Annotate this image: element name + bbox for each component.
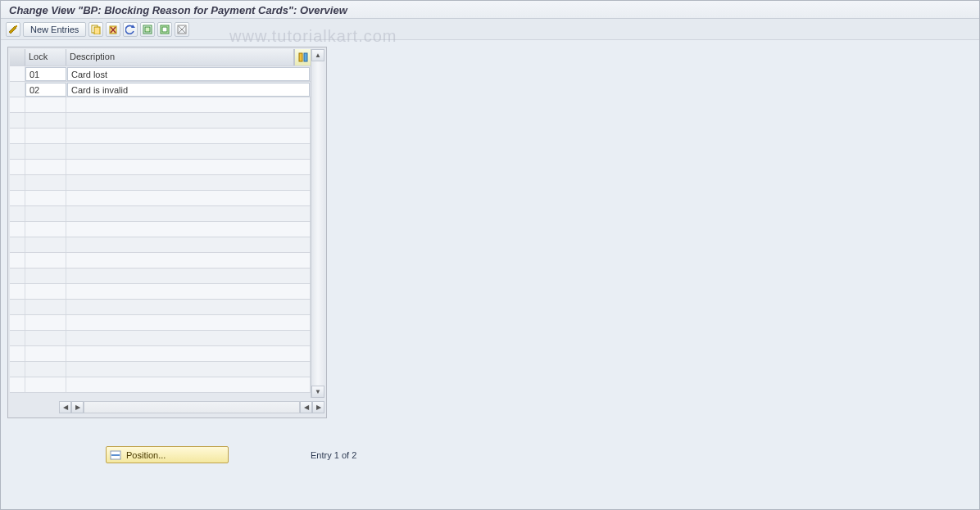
table-row-empty[interactable] — [10, 331, 311, 346]
cell-description[interactable] — [66, 97, 311, 112]
table-row-empty[interactable] — [10, 97, 311, 113]
table-row-empty[interactable] — [10, 237, 311, 253]
cell-lock[interactable] — [25, 284, 66, 299]
configure-columns-button[interactable] — [294, 49, 311, 65]
table-row[interactable]: 01Card lost — [10, 66, 311, 82]
cell-description[interactable] — [66, 331, 311, 345]
row-select-handle[interactable] — [10, 284, 25, 299]
cell-description[interactable] — [66, 346, 311, 361]
table-row-empty[interactable] — [10, 160, 311, 175]
row-select-handle[interactable] — [10, 269, 25, 283]
cell-description[interactable] — [66, 315, 311, 330]
row-select-handle[interactable] — [10, 82, 25, 97]
delete-button[interactable] — [106, 22, 120, 37]
cell-description[interactable] — [66, 129, 311, 143]
table-row[interactable]: 02Card is invalid — [10, 82, 311, 97]
undo-button[interactable] — [123, 22, 138, 37]
cell-lock[interactable] — [25, 237, 66, 252]
cell-description[interactable] — [66, 144, 311, 159]
cell-lock[interactable] — [25, 331, 66, 345]
cell-lock[interactable] — [25, 191, 66, 205]
row-select-handle[interactable] — [10, 315, 25, 330]
scroll-left-icon[interactable]: ◀ — [59, 401, 71, 413]
cell-description[interactable] — [66, 237, 311, 252]
cell-description[interactable] — [66, 160, 311, 174]
cell-lock[interactable] — [25, 129, 66, 143]
vertical-scrollbar[interactable]: ▲ ▼ — [311, 49, 324, 398]
table-row-empty[interactable] — [10, 144, 311, 160]
cell-lock[interactable] — [25, 377, 66, 392]
cell-description[interactable] — [66, 175, 311, 190]
cell-lock[interactable] — [25, 97, 66, 112]
scroll-right-icon[interactable]: ▶ — [71, 401, 84, 413]
table-row-empty[interactable] — [10, 362, 311, 377]
row-select-handle[interactable] — [10, 300, 25, 314]
cell-lock[interactable] — [25, 113, 66, 128]
cell-description[interactable] — [66, 222, 311, 237]
col-header-description[interactable]: Description — [66, 49, 294, 65]
row-select-handle[interactable] — [10, 222, 25, 237]
cell-description[interactable] — [66, 269, 311, 283]
row-select-handle[interactable] — [10, 97, 25, 112]
row-select-handle[interactable] — [10, 206, 25, 221]
cell-description[interactable] — [66, 300, 311, 314]
select-all-button[interactable] — [140, 22, 155, 37]
cell-lock[interactable] — [25, 144, 66, 159]
scroll-up-icon[interactable]: ▲ — [311, 49, 324, 61]
table-row-empty[interactable] — [10, 129, 311, 144]
horizontal-scrollbar[interactable]: ◀ ▶ ◀ ▶ — [10, 400, 324, 414]
row-select-handle[interactable] — [10, 113, 25, 128]
row-select-handle[interactable] — [10, 66, 25, 81]
row-select-handle[interactable] — [10, 160, 25, 174]
cell-lock[interactable]: 01 — [25, 67, 66, 81]
position-button[interactable]: Position... — [106, 446, 229, 463]
cell-lock[interactable] — [25, 346, 66, 361]
table-row-empty[interactable] — [10, 284, 311, 300]
row-select-handle[interactable] — [10, 377, 25, 392]
table-row-empty[interactable] — [10, 315, 311, 331]
cell-lock[interactable] — [25, 175, 66, 190]
table-row-empty[interactable] — [10, 222, 311, 237]
toggle-edit-button[interactable] — [6, 22, 20, 37]
row-select-handle[interactable] — [10, 175, 25, 190]
row-select-handle[interactable] — [10, 362, 25, 377]
row-select-handle[interactable] — [10, 346, 25, 361]
cell-description[interactable] — [66, 113, 311, 128]
cell-lock[interactable] — [25, 222, 66, 237]
cell-description[interactable] — [66, 377, 311, 392]
col-header-lock[interactable]: Lock — [25, 49, 66, 65]
table-row-empty[interactable] — [10, 269, 311, 284]
table-row-empty[interactable] — [10, 300, 311, 315]
cell-lock[interactable] — [25, 206, 66, 221]
row-select-handle[interactable] — [10, 237, 25, 252]
cell-description[interactable] — [66, 284, 311, 299]
cell-lock[interactable] — [25, 253, 66, 268]
cell-description[interactable] — [66, 191, 311, 205]
table-row-empty[interactable] — [10, 206, 311, 222]
cell-description[interactable] — [66, 362, 311, 377]
row-select-handle[interactable] — [10, 144, 25, 159]
table-row-empty[interactable] — [10, 346, 311, 362]
table-row-empty[interactable] — [10, 377, 311, 393]
cell-lock[interactable]: 02 — [25, 83, 66, 97]
copy-button[interactable] — [88, 22, 103, 37]
row-select-handle[interactable] — [10, 191, 25, 205]
select-block-button[interactable] — [157, 22, 172, 37]
cell-lock[interactable] — [25, 315, 66, 330]
row-select-handle[interactable] — [10, 129, 25, 143]
scroll-left-end-icon[interactable]: ◀ — [300, 401, 312, 413]
scroll-down-icon[interactable]: ▼ — [311, 386, 324, 398]
row-select-handle[interactable] — [10, 331, 25, 345]
cell-lock[interactable] — [25, 362, 66, 377]
table-row-empty[interactable] — [10, 175, 311, 191]
cell-lock[interactable] — [25, 269, 66, 283]
row-select-header[interactable] — [10, 49, 25, 65]
scroll-right-end-icon[interactable]: ▶ — [312, 401, 324, 413]
row-select-handle[interactable] — [10, 253, 25, 268]
cell-lock[interactable] — [25, 160, 66, 174]
deselect-all-button[interactable] — [175, 22, 189, 37]
cell-description[interactable]: Card is invalid — [67, 83, 310, 97]
cell-description[interactable] — [66, 206, 311, 221]
table-row-empty[interactable] — [10, 191, 311, 206]
cell-description[interactable]: Card lost — [67, 67, 310, 81]
